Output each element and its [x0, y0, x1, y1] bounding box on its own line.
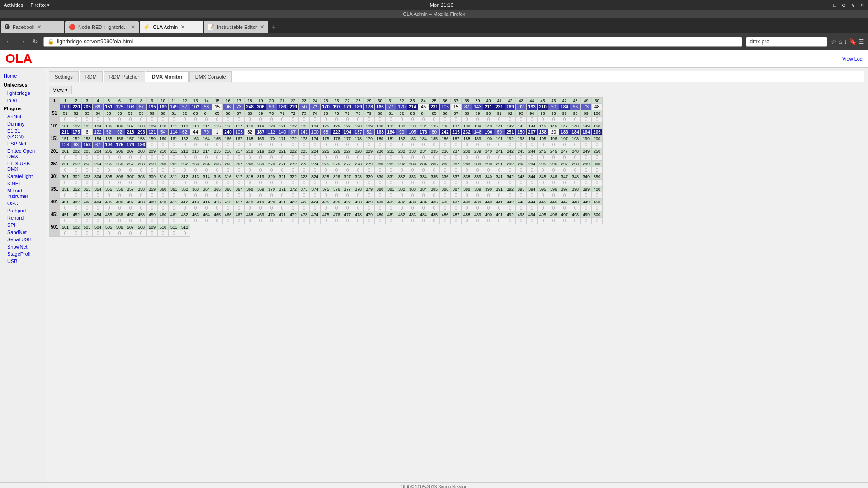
- dmx-channel-val[interactable]: 0: [462, 218, 472, 224]
- dmx-channel-val[interactable]: 0: [364, 155, 375, 161]
- dmx-channel-val[interactable]: 0: [71, 230, 82, 237]
- dmx-channel-val[interactable]: 0: [114, 155, 125, 161]
- dmx-channel-val[interactable]: 0: [201, 142, 212, 148]
- dmx-channel-val[interactable]: 0: [266, 117, 277, 123]
- dmx-channel-val[interactable]: 0: [82, 155, 93, 161]
- dmx-channel-val[interactable]: 0: [440, 155, 451, 161]
- dmx-channel-val[interactable]: 0: [407, 142, 418, 148]
- dmx-channel-val[interactable]: 0: [299, 205, 310, 211]
- dmx-channel-val[interactable]: 0: [505, 180, 516, 186]
- dmx-channel-val[interactable]: 0: [114, 117, 125, 123]
- dmx-channel-val[interactable]: 0: [440, 205, 451, 211]
- dmx-channel-val[interactable]: 0: [505, 167, 516, 174]
- dmx-channel-val[interactable]: 0: [147, 117, 158, 123]
- dmx-channel-val[interactable]: 231: [429, 104, 440, 110]
- dmx-channel-val[interactable]: 90: [396, 129, 407, 136]
- dmx-channel-val[interactable]: 0: [396, 167, 407, 174]
- dmx-channel-val[interactable]: 0: [559, 167, 570, 174]
- dmx-channel-val[interactable]: 0: [472, 155, 483, 161]
- dmx-channel-val[interactable]: 0: [125, 167, 136, 174]
- dmx-channel-val[interactable]: 197: [331, 104, 342, 110]
- dmx-channel-val[interactable]: 0: [396, 155, 407, 161]
- dmx-channel-val[interactable]: 0: [310, 180, 321, 186]
- dmx-channel-val[interactable]: 0: [375, 142, 386, 148]
- dmx-channel-val[interactable]: 231: [494, 104, 505, 110]
- dmx-channel-val[interactable]: 0: [527, 218, 538, 224]
- dmx-channel-val[interactable]: 0: [190, 142, 201, 148]
- dmx-channel-val[interactable]: 0: [125, 218, 136, 224]
- dmx-channel-val[interactable]: 0: [451, 205, 462, 211]
- dmx-channel-val[interactable]: 176: [418, 129, 429, 136]
- dmx-channel-val[interactable]: 0: [570, 142, 581, 148]
- dmx-channel-val[interactable]: 0: [277, 155, 288, 161]
- dmx-channel-val[interactable]: 0: [375, 205, 386, 211]
- dmx-channel-val[interactable]: 0: [494, 180, 505, 186]
- dmx-channel-val[interactable]: 0: [364, 205, 375, 211]
- dmx-channel-val[interactable]: 0: [440, 167, 451, 174]
- dmx-channel-val[interactable]: 0: [277, 218, 288, 224]
- dmx-channel-val[interactable]: 0: [158, 117, 169, 123]
- dmx-channel-val[interactable]: 0: [125, 192, 136, 199]
- dmx-channel-val[interactable]: 0: [331, 192, 342, 199]
- dmx-channel-val[interactable]: 175: [71, 129, 82, 136]
- dmx-channel-val[interactable]: 211: [483, 104, 494, 110]
- dmx-channel-val[interactable]: 0: [245, 142, 255, 148]
- dmx-channel-val[interactable]: 0: [538, 218, 548, 224]
- dmx-channel-val[interactable]: 0: [559, 205, 570, 211]
- dmx-channel-val[interactable]: 0: [169, 180, 179, 186]
- dmx-channel-val[interactable]: 0: [299, 218, 310, 224]
- dmx-channel-val[interactable]: 0: [396, 142, 407, 148]
- dmx-channel-val[interactable]: 174: [125, 142, 136, 148]
- dmx-channel-val[interactable]: 0: [212, 192, 223, 199]
- dmx-channel-val[interactable]: 0: [581, 205, 592, 211]
- dmx-channel-val[interactable]: 0: [451, 192, 462, 199]
- dmx-channel-val[interactable]: 0: [527, 117, 538, 123]
- dmx-channel-val[interactable]: 0: [353, 142, 364, 148]
- dmx-channel-val[interactable]: 0: [310, 167, 321, 174]
- dmx-channel-val[interactable]: 0: [418, 117, 429, 123]
- dmx-channel-val[interactable]: 0: [266, 218, 277, 224]
- dmx-channel-val[interactable]: 0: [288, 218, 299, 224]
- dmx-channel-val[interactable]: 0: [71, 218, 82, 224]
- dmx-channel-val[interactable]: 0: [559, 155, 570, 161]
- dmx-channel-val[interactable]: 0: [527, 155, 538, 161]
- dmx-channel-val[interactable]: 0: [321, 180, 331, 186]
- dmx-channel-val[interactable]: 0: [82, 180, 93, 186]
- dmx-channel-val[interactable]: 0: [114, 230, 125, 237]
- dmx-channel-val[interactable]: 0: [169, 192, 179, 199]
- dmx-channel-val[interactable]: 215: [451, 129, 462, 136]
- tab-dmx-monitor[interactable]: DMX Monitor: [146, 71, 189, 82]
- dmx-channel-val[interactable]: 0: [93, 117, 104, 123]
- dmx-channel-val[interactable]: 0: [299, 155, 310, 161]
- dmx-channel-val[interactable]: 0: [158, 230, 169, 237]
- dmx-channel-val[interactable]: 218: [125, 129, 136, 136]
- dmx-channel-val[interactable]: 0: [82, 192, 93, 199]
- dmx-channel-val[interactable]: 0: [516, 117, 527, 123]
- dmx-channel-val[interactable]: 0: [472, 117, 483, 123]
- dmx-channel-val[interactable]: 0: [396, 218, 407, 224]
- dmx-channel-val[interactable]: 0: [538, 142, 548, 148]
- dmx-channel-val[interactable]: 0: [516, 167, 527, 174]
- dmx-channel-val[interactable]: 57: [179, 104, 190, 110]
- dmx-channel-val[interactable]: 0: [169, 155, 179, 161]
- dmx-channel-val[interactable]: 0: [71, 167, 82, 174]
- dmx-channel-val[interactable]: 0: [407, 155, 418, 161]
- dmx-channel-val[interactable]: 0: [418, 142, 429, 148]
- dmx-channel-val[interactable]: 0: [266, 205, 277, 211]
- dmx-channel-val[interactable]: 122: [93, 129, 104, 136]
- dmx-channel-val[interactable]: 0: [559, 192, 570, 199]
- dmx-channel-val[interactable]: 0: [494, 192, 505, 199]
- dmx-channel-val[interactable]: 0: [223, 142, 234, 148]
- tab-dmx-console[interactable]: DMX Console: [189, 71, 232, 82]
- dmx-channel-val[interactable]: 0: [375, 180, 386, 186]
- dmx-channel-val[interactable]: 164: [581, 129, 592, 136]
- dmx-channel-val[interactable]: 0: [364, 142, 375, 148]
- dmx-channel-val[interactable]: 0: [245, 117, 255, 123]
- sidebar-plugin-enttec[interactable]: Enttec Open DMX: [0, 147, 45, 160]
- dmx-channel-val[interactable]: 0: [527, 142, 538, 148]
- dmx-channel-val[interactable]: 251: [505, 129, 516, 136]
- dmx-channel-val[interactable]: 0: [179, 218, 190, 224]
- dmx-channel-val[interactable]: 0: [158, 180, 169, 186]
- dmx-channel-val[interactable]: 0: [201, 205, 212, 211]
- dmx-channel-val[interactable]: 0: [60, 192, 71, 199]
